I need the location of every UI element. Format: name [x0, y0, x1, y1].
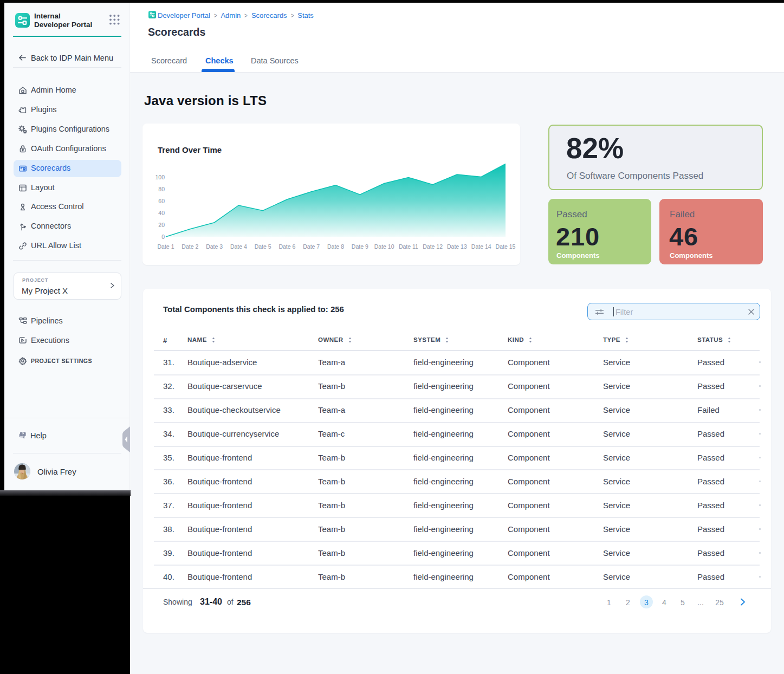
- svg-text:Date 14: Date 14: [471, 243, 491, 250]
- svg-text:Date 1: Date 1: [158, 243, 174, 250]
- svg-text:Date 11: Date 11: [399, 243, 418, 250]
- svg-text:Date 10: Date 10: [374, 243, 394, 250]
- svg-text:100: 100: [155, 174, 165, 180]
- svg-text:Date 5: Date 5: [255, 243, 271, 250]
- svg-text:Date 6: Date 6: [278, 243, 295, 250]
- svg-text:Date 2: Date 2: [182, 243, 198, 250]
- svg-text:20: 20: [158, 222, 165, 228]
- svg-text:Date 7: Date 7: [303, 243, 320, 250]
- svg-text:Date 15: Date 15: [496, 243, 516, 250]
- svg-text:Date 12: Date 12: [423, 243, 443, 250]
- svg-text:Date 13: Date 13: [447, 243, 467, 250]
- svg-text:Date 8: Date 8: [327, 243, 344, 250]
- svg-text:0: 0: [161, 234, 165, 240]
- svg-text:40: 40: [158, 210, 165, 216]
- svg-text:Date 4: Date 4: [230, 243, 247, 250]
- svg-text:60: 60: [158, 198, 165, 204]
- svg-text:Date 3: Date 3: [206, 243, 223, 250]
- svg-text:80: 80: [158, 186, 165, 192]
- svg-text:Date 9: Date 9: [352, 243, 368, 250]
